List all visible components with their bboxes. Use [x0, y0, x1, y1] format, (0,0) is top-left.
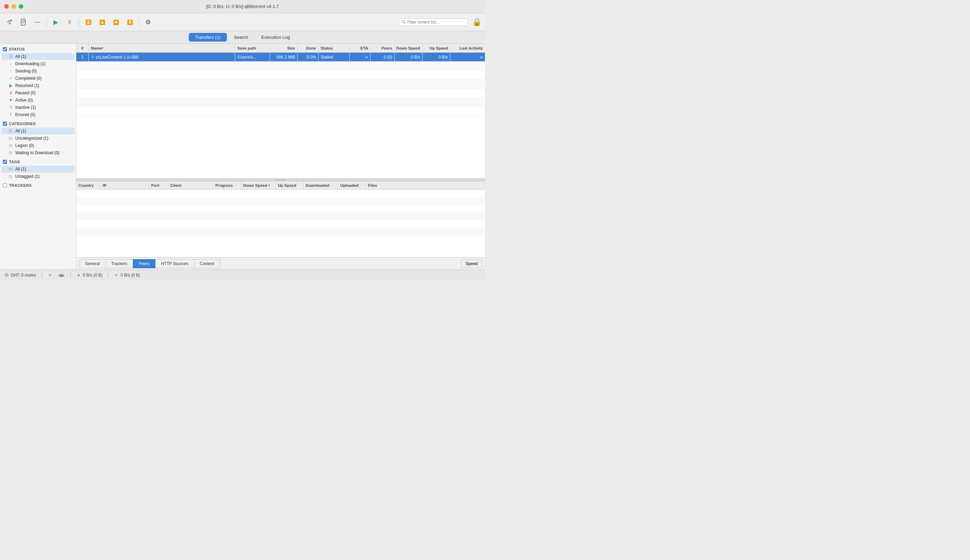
tags-section-header: TAGS [0, 158, 76, 165]
detail-row-empty [76, 228, 485, 235]
categories-section-header: CATEGORIES [0, 120, 76, 127]
minimize-button[interactable] [12, 4, 16, 9]
col-header-size[interactable]: Size [270, 44, 298, 52]
sidebar-item-errored[interactable]: ! Errored (0) [2, 111, 75, 118]
detail-rows [76, 190, 485, 257]
start-all-button[interactable]: ▶ [50, 16, 62, 28]
maximize-button[interactable] [19, 4, 23, 9]
status-label: STATUS [9, 47, 25, 51]
col-header-lastactivity[interactable]: Last Activity [450, 44, 485, 52]
detail-col-uploaded[interactable]: Uploaded [338, 181, 366, 189]
sidebar-item-waiting[interactable]: 🗀 Waiting to Download (0) [2, 149, 75, 156]
sidebar-item-paused[interactable]: ⏸ Paused (0) [2, 89, 75, 96]
detail-panel: Country IP Port Client Progress Down Spe… [76, 181, 485, 257]
sidebar-item-uncategorized[interactable]: 🗀 Uncategorized (1) [2, 135, 75, 142]
status-checkbox[interactable] [3, 47, 7, 51]
settings-button[interactable]: ⚙ [142, 16, 154, 28]
sidebar-item-cat-all-label: All (1) [15, 128, 26, 133]
pause-all-button[interactable]: ⏸ [64, 16, 76, 28]
detail-col-downloaded[interactable]: Downloaded [304, 181, 338, 189]
filter-input[interactable] [407, 20, 465, 25]
move-top-button[interactable]: ⏫ [82, 16, 94, 28]
sidebar-item-waiting-label: Waiting to Download (0) [15, 150, 60, 155]
move-down-button[interactable]: 🔽 [110, 16, 122, 28]
col-header-num: # [76, 44, 89, 52]
td-name: ⬇ ccLiveContent-1.0-i386 [89, 53, 235, 61]
tab-trackers[interactable]: Trackers [105, 259, 133, 268]
col-header-status[interactable]: Status [318, 44, 350, 52]
td-peers: 0 (0) [371, 53, 395, 61]
torrent-row[interactable]: 1 ⬇ ccLiveContent-1.0-i386 /Users/o... 6… [76, 53, 485, 62]
waiting-icon: 🗀 [8, 150, 13, 155]
detail-row-empty [76, 205, 485, 212]
errored-icon: ! [8, 112, 13, 117]
sidebar-item-cat-all[interactable]: 🗀 All (1) [2, 128, 75, 135]
paused-icon: ⏸ [8, 90, 13, 95]
move-bottom-button[interactable]: ⏬ [124, 16, 136, 28]
search-icon [402, 20, 406, 24]
sidebar-item-legion[interactable]: 🗀 Legion (0) [2, 142, 75, 149]
toolbar: — ▶ ⏸ ⏫ 🔼 🔽 ⏬ ⚙ 🔒 [0, 13, 485, 31]
col-header-peers[interactable]: Peers [371, 44, 395, 52]
tags-checkbox[interactable] [3, 160, 7, 164]
remove-torrent-button[interactable]: — [31, 16, 44, 28]
window-controls[interactable] [4, 4, 23, 9]
add-torrent-link-button[interactable] [3, 16, 16, 28]
statusbar-sep-2 [70, 272, 71, 278]
tab-http-sources[interactable]: HTTP Sources [155, 259, 194, 268]
sidebar-item-untagged[interactable]: 🗀 Untagged (1) [2, 173, 75, 180]
detail-col-progress[interactable]: Progress [213, 181, 241, 189]
sidebar-item-inactive[interactable]: ▽ Inactive (1) [2, 104, 75, 111]
sidebar-item-active[interactable]: ▼ Active (0) [2, 97, 75, 103]
titlebar: [D: 0 B/s, U: 0 B/s] qBittorrent v4.1.7 [0, 0, 485, 13]
detail-col-country[interactable]: Country [76, 181, 100, 189]
tab-peers[interactable]: Peers [133, 259, 156, 268]
trackers-checkbox[interactable] [3, 183, 7, 187]
completed-icon: ✓ [8, 76, 13, 81]
torrent-row-empty-2 [76, 71, 485, 80]
torrent-row-empty-5 [76, 98, 485, 107]
close-button[interactable] [4, 4, 9, 9]
detail-col-upspeed[interactable]: Up Speed [276, 181, 304, 189]
statusbar-sep-1 [42, 272, 42, 278]
col-header-upspeed[interactable]: Up Speed [423, 44, 450, 52]
speed-button[interactable]: Speed [461, 260, 482, 268]
up-rate-group: 0 B/s (0 B) [114, 273, 140, 278]
td-savepath: /Users/o... [235, 53, 270, 61]
sidebar-item-downloading[interactable]: ↓ Downloading (1) [2, 60, 75, 67]
sidebar-item-all-label: All (1) [15, 54, 26, 59]
down-rate-group: 0 B/s (0 B) [76, 273, 103, 278]
detail-row-empty [76, 212, 485, 220]
detail-col-files[interactable]: Files [366, 181, 485, 189]
toolbar-separator-1 [47, 18, 47, 26]
col-header-eta[interactable]: ETA [350, 44, 371, 52]
tab-content[interactable]: Content [194, 259, 220, 268]
detail-col-client[interactable]: Client [168, 181, 213, 189]
detail-col-ip[interactable]: IP [100, 181, 149, 189]
add-torrent-file-button[interactable] [17, 16, 30, 28]
col-header-savepath[interactable]: Save path [235, 44, 270, 52]
upload-arrow-icon [47, 273, 52, 278]
sidebar-item-resumed[interactable]: ▶ Resumed (1) [2, 82, 75, 89]
col-header-downspeed[interactable]: Down Speed [395, 44, 423, 52]
tab-execution-log[interactable]: Execution Log [255, 33, 296, 42]
tab-search[interactable]: Search [227, 33, 254, 42]
col-header-done[interactable]: Done [298, 44, 318, 52]
svg-rect-0 [21, 19, 25, 25]
detail-row-empty [76, 190, 485, 197]
sidebar-item-tag-all[interactable]: 🗀 All (1) [2, 166, 75, 173]
col-header-name[interactable]: Name ▾ [89, 44, 235, 52]
svg-line-2 [405, 23, 406, 23]
sidebar-item-all[interactable]: ☰ All (1) [2, 53, 75, 60]
tab-general[interactable]: General [79, 259, 106, 268]
detail-col-downspeed[interactable]: Down Speed ▾ [241, 181, 276, 189]
status-section-header: STATUS [0, 46, 76, 53]
hat-icon [58, 273, 65, 278]
sidebar-item-completed[interactable]: ✓ Completed (0) [2, 75, 75, 82]
categories-checkbox[interactable] [3, 122, 7, 126]
tab-transfers[interactable]: Transfers (1) [189, 33, 227, 42]
detail-col-port[interactable]: Port [149, 181, 168, 189]
move-up-button[interactable]: 🔼 [96, 16, 108, 28]
torrent-type-icon: ⬇ [91, 55, 94, 60]
sidebar-item-seeding[interactable]: ↑ Seeding (0) [2, 68, 75, 75]
